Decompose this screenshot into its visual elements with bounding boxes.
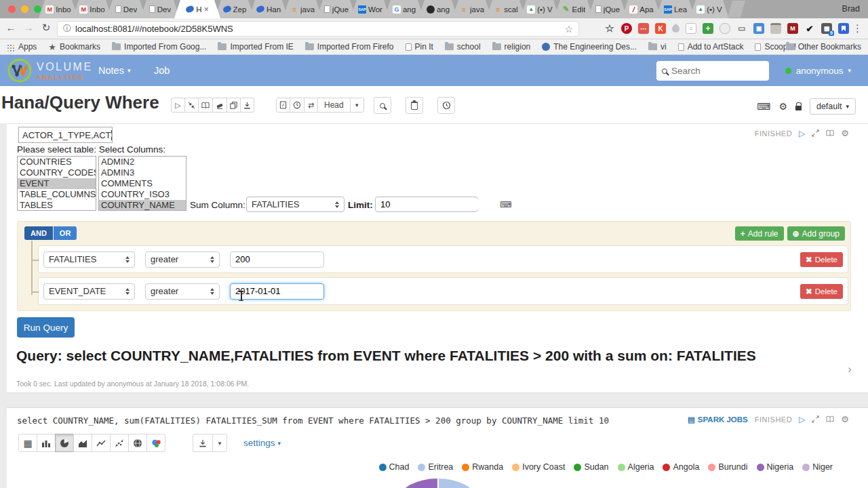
- browser-tab[interactable]: (•) V: [520, 0, 559, 18]
- forward-button[interactable]: →: [22, 22, 35, 33]
- pinterest-icon[interactable]: [621, 23, 632, 34]
- show-code-button[interactable]: [198, 98, 213, 113]
- search-input[interactable]: [671, 66, 753, 76]
- column-option[interactable]: COUNTRY_NAME: [99, 200, 186, 211]
- browser-tab[interactable]: Wor: [351, 0, 390, 18]
- browser-tab[interactable]: Han: [249, 0, 288, 18]
- limit-input[interactable]: [380, 199, 500, 209]
- browser-tab[interactable]: Apa: [622, 0, 661, 18]
- table-option[interactable]: EVENT: [18, 178, 96, 189]
- pie-slice-left[interactable]: [399, 479, 439, 488]
- download-data-button[interactable]: [193, 434, 213, 452]
- pie-chart-top[interactable]: [399, 479, 477, 488]
- line-chart-button[interactable]: [92, 434, 111, 452]
- or-button[interactable]: OR: [54, 226, 77, 240]
- browser-tab[interactable]: Lea: [656, 0, 695, 18]
- run-query-button[interactable]: Run Query: [17, 317, 75, 338]
- calendar-9-icon[interactable]: [821, 23, 832, 34]
- search-box[interactable]: [656, 61, 769, 81]
- browser-tab[interactable]: Inbo: [73, 0, 112, 18]
- browser-tab[interactable]: Dev: [140, 0, 180, 18]
- legend-item[interactable]: Ivory Coast: [512, 462, 565, 472]
- column-option[interactable]: ADMIN2: [99, 157, 186, 167]
- browser-tab[interactable]: java: [283, 0, 322, 18]
- table-option[interactable]: TABLES: [18, 200, 96, 211]
- bookmark-item[interactable]: Apps: [7, 42, 37, 52]
- table-listbox[interactable]: COUNTRIESCOUNTRY_CODESEVENTTABLE_COLUMNS…: [17, 156, 96, 211]
- bookmark-blue-icon[interactable]: [838, 23, 849, 34]
- bookmark-item[interactable]: Imported From Firefo: [305, 42, 394, 52]
- sum-column-select[interactable]: FATALITIES: [246, 197, 344, 212]
- bookmark-item[interactable]: Add to ArtStack: [678, 42, 744, 52]
- oval-icon[interactable]: [719, 23, 730, 34]
- case-icon[interactable]: [770, 23, 781, 34]
- interpreter-dropdown[interactable]: default ▾: [810, 98, 856, 115]
- compare-revisions-button[interactable]: ⇄: [304, 98, 318, 113]
- browser-tab[interactable]: (•) V: [690, 0, 729, 18]
- browser-tab[interactable]: Edit: [554, 0, 593, 18]
- bookmark-item[interactable]: Imported From Goog...: [112, 42, 206, 52]
- expand-paragraph-button[interactable]: [812, 415, 819, 423]
- browser-tab[interactable]: Dev: [106, 0, 146, 18]
- search-code-button[interactable]: [374, 97, 391, 114]
- export-note-button[interactable]: [240, 98, 254, 113]
- limit-field[interactable]: ⌨: [375, 197, 478, 212]
- browser-menu-icon[interactable]: ⋮: [852, 22, 863, 35]
- delete-rule-button[interactable]: ✖Delete: [800, 284, 843, 299]
- minimize-window-button[interactable]: [21, 5, 28, 13]
- star-icon[interactable]: [604, 23, 615, 34]
- brand[interactable]: VOLUME ANALYTICS: [7, 58, 93, 83]
- browser-profile-name[interactable]: Brad: [842, 4, 860, 14]
- bookmark-item[interactable]: school: [445, 42, 481, 52]
- column-option[interactable]: ADMIN3: [99, 167, 186, 178]
- table-option[interactable]: TABLE_COLUMNS: [18, 189, 96, 200]
- cast-icon[interactable]: [736, 23, 747, 34]
- plus-icon[interactable]: [703, 23, 713, 34]
- scheduler-button[interactable]: [437, 97, 455, 114]
- lock-icon[interactable]: [795, 106, 802, 110]
- delete-note-button[interactable]: [406, 97, 423, 114]
- pipe-icon[interactable]: [804, 23, 815, 34]
- legend-item[interactable]: Rwanda: [462, 462, 503, 472]
- bookmark-star-icon[interactable]: ☆: [564, 24, 573, 35]
- legend-item[interactable]: Algeria: [618, 462, 654, 472]
- delete-rule-button[interactable]: ✖Delete: [800, 252, 843, 267]
- chart-settings-link[interactable]: settings ▾: [243, 438, 281, 448]
- dots-red-icon[interactable]: [638, 23, 649, 34]
- legend-item[interactable]: Eritrea: [418, 462, 453, 472]
- rule-value-input[interactable]: [230, 251, 324, 268]
- keyboard-shortcuts-icon[interactable]: ⌨: [757, 101, 770, 112]
- area-chart-button[interactable]: [73, 434, 92, 452]
- menu-job[interactable]: Job: [154, 55, 170, 86]
- version-history-button[interactable]: [290, 98, 304, 113]
- column-option[interactable]: COMMENTS: [99, 178, 186, 189]
- run-paragraph-button[interactable]: ▷: [799, 415, 805, 424]
- browser-tab[interactable]: jQue: [588, 0, 627, 18]
- show-editor-button[interactable]: [826, 415, 834, 423]
- clear-output-button[interactable]: [212, 98, 227, 113]
- browser-tab[interactable]: jQue: [317, 0, 356, 18]
- keyboard-icon[interactable]: ⌨: [500, 200, 511, 209]
- column-listbox[interactable]: ADMIN2ADMIN3COMMENTSCOUNTRY_ISO3COUNTRY_…: [98, 156, 186, 211]
- menu-notes[interactable]: Notes ▾: [98, 55, 130, 86]
- card-blue-icon[interactable]: [753, 23, 764, 34]
- bookmark-item[interactable]: Pin It: [406, 42, 433, 52]
- site-info-icon[interactable]: ⓘ: [63, 23, 71, 35]
- browser-tab[interactable]: ang: [384, 0, 424, 18]
- url-text[interactable]: localhost:8081/#/notebook/2D58K5WNS: [75, 24, 560, 34]
- user-menu[interactable]: anonymous ▾: [785, 55, 851, 86]
- table-option[interactable]: COUNTRY_CODES: [18, 167, 96, 178]
- clone-note-button[interactable]: [226, 98, 241, 113]
- globe-chart-button[interactable]: [128, 434, 147, 452]
- back-button[interactable]: ←: [4, 22, 18, 33]
- scatter-chart-button[interactable]: [110, 434, 129, 452]
- show-editor-button[interactable]: [826, 129, 834, 137]
- add-group-button[interactable]: ⊕Add group: [787, 226, 845, 241]
- rule-value-input[interactable]: [230, 283, 324, 300]
- note-title[interactable]: Hana/Query Where: [1, 92, 159, 113]
- legend-item[interactable]: Burundi: [708, 462, 747, 472]
- browser-tab[interactable]: scal: [486, 0, 526, 18]
- browser-tab[interactable]: H: [174, 0, 220, 18]
- paragraph-gear-icon[interactable]: ⚙: [841, 414, 849, 424]
- column-option[interactable]: COUNTRY_ISO3: [99, 189, 186, 200]
